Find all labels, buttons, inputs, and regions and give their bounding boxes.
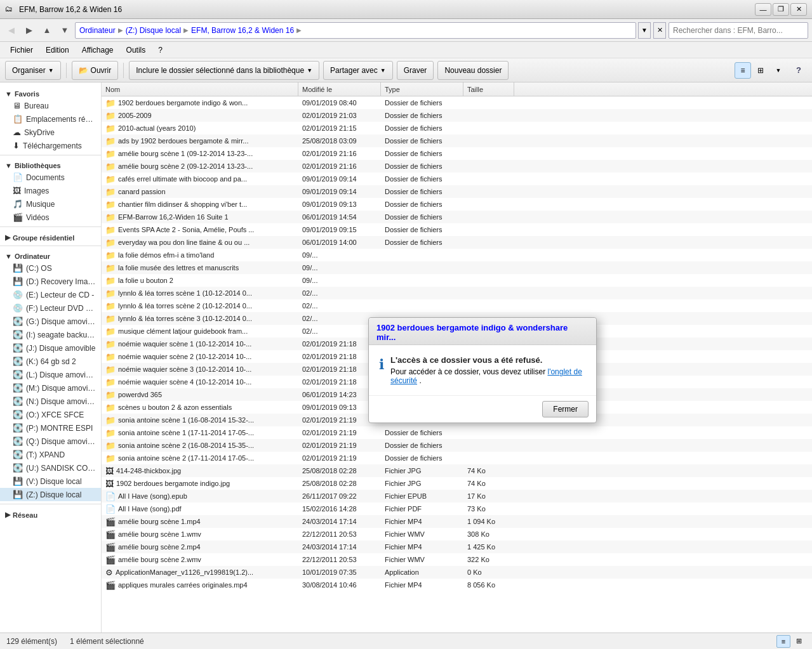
file-modified: 09/... <box>298 250 381 260</box>
file-row[interactable]: 🖼 414-248-thickbox.jpg 25/08/2018 02:28 … <box>102 464 812 477</box>
file-row[interactable]: 🖼 1902 berdoues bergamote indigo.jpg 25/… <box>102 477 812 490</box>
sidebar-computer-header[interactable]: ▼ Ordinateur <box>0 249 101 261</box>
burn-button[interactable]: Graver <box>397 61 434 80</box>
sidebar-item-p[interactable]: 💽 (P:) MONTRE ESPI <box>0 421 101 435</box>
sidebar-item-o[interactable]: 💽 (O:) XFCE SFCE <box>0 408 101 421</box>
sidebar-item-d[interactable]: 💾 (D:) Recovery Image <box>0 275 101 288</box>
address-dropdown[interactable]: ▼ <box>638 22 651 39</box>
close-button[interactable]: ✕ <box>790 3 807 16</box>
recent-button[interactable]: ▼ <box>57 23 72 38</box>
view-tiles-btn[interactable]: ⊞ <box>752 62 769 79</box>
file-row[interactable]: 📁 la folie u bouton 2 09/... <box>102 274 812 287</box>
sidebar-item-m[interactable]: 💽 (M:) Disque amovib... <box>0 381 101 395</box>
file-modified: 25/08/2018 02:28 <box>298 466 381 476</box>
sidebar-item-documents[interactable]: 📄 Documents <box>0 171 101 184</box>
sidebar-item-telechargements[interactable]: ⬇ Téléchargements <box>0 139 101 152</box>
menu-affichage[interactable]: Affichage <box>77 44 119 56</box>
file-row[interactable]: 📁 amélie bourg scène 1 (09-12-2014 13-23… <box>102 147 812 160</box>
sidebar-item-c[interactable]: 💾 (C:) OS <box>0 261 101 275</box>
col-name-header[interactable]: Nom <box>102 82 298 96</box>
forward-button[interactable]: ▶ <box>22 23 37 38</box>
include-button[interactable]: Inclure le dossier sélectionné dans la b… <box>129 61 319 80</box>
file-row[interactable]: 📁 everyday wa pou don line tlaine & ou o… <box>102 236 812 249</box>
col-size-header[interactable]: Taille <box>463 82 514 96</box>
sidebar-item-images[interactable]: 🖼 Images <box>0 184 101 197</box>
file-row[interactable]: 🎬 amélie bourg scène 2.wmv 22/12/2011 20… <box>102 553 812 566</box>
file-name: musique clément latjour guidebook fram..… <box>118 327 248 335</box>
modal-close-button[interactable]: Fermer <box>542 401 589 417</box>
sidebar-item-u[interactable]: 💽 (U:) SANDISK CON... <box>0 461 101 475</box>
menu-fichier[interactable]: Fichier <box>5 44 38 56</box>
file-row[interactable]: 📁 ads by 1902 berdoues bergamote & mirr.… <box>102 134 812 147</box>
sidebar-groupe-header[interactable]: ▶ Groupe résidentiel <box>0 230 101 243</box>
menu-outils[interactable]: Outils <box>121 44 151 56</box>
sidebar-item-skydrive[interactable]: ☁ SkyDrive <box>0 126 101 139</box>
sidebar-item-z[interactable]: 💾 (Z:) Disque local <box>0 488 101 501</box>
file-row[interactable]: 📁 Events SPA Acte 2 - Sonia, Amélie, Pou… <box>102 223 812 236</box>
sidebar-item-l[interactable]: 💽 (L:) Disque amovib... <box>0 368 101 381</box>
file-row[interactable]: 📁 cafés errel ultimate with biocoop and … <box>102 173 812 185</box>
file-row[interactable]: 📁 canard passion 09/01/2019 09:14 Dossie… <box>102 185 812 198</box>
file-row[interactable]: 🎬 amélie bourg scène 2.mp4 24/03/2014 17… <box>102 541 812 553</box>
file-row[interactable]: 📁 la folie musée des lettres et manuscri… <box>102 261 812 274</box>
sidebar-item-bureau[interactable]: 🖥 Bureau <box>0 99 101 112</box>
maximize-button[interactable]: ❐ <box>773 3 789 16</box>
view-dropdown-btn[interactable]: ▼ <box>770 62 787 79</box>
file-row[interactable]: 📁 la folie démos efm-i a timo'land 09/..… <box>102 249 812 261</box>
minimize-button[interactable]: — <box>755 3 771 16</box>
new-folder-button[interactable]: Nouveau dossier <box>437 61 509 80</box>
address-close-btn[interactable]: ✕ <box>653 22 666 39</box>
col-modified-header[interactable]: Modifié le <box>298 82 381 96</box>
path-segment-computer[interactable]: Ordinateur <box>79 26 116 35</box>
sidebar-item-f[interactable]: 💿 (F:) Lecteur DVD RW <box>0 301 101 315</box>
view-details-btn[interactable]: ≡ <box>735 62 751 79</box>
sidebar-item-v[interactable]: 💾 (V:) Disque local <box>0 475 101 488</box>
sidebar-libraries-header[interactable]: ▼ Bibliothèques <box>0 158 101 171</box>
menu-help[interactable]: ? <box>153 44 168 56</box>
sidebar-favorites-header[interactable]: ▼ Favoris <box>0 86 101 99</box>
sidebar-item-emplacements[interactable]: 📋 Emplacements réce... <box>0 112 101 126</box>
file-row[interactable]: 🎬 amélie bourg scène 1.wmv 22/12/2011 20… <box>102 528 812 541</box>
file-row[interactable]: 📁 sonia antoine scène 2 (17-11-2014 17-0… <box>102 452 812 464</box>
file-row[interactable]: 📁 sonia antoine scène 2 (16-08-2014 15-3… <box>102 439 812 452</box>
file-row[interactable]: 🎬 amélie bourg scène 1.mp4 24/03/2014 17… <box>102 515 812 528</box>
back-button[interactable]: ◀ <box>4 23 19 38</box>
file-row[interactable]: 📁 1902 berdoues bergamote indigo & won..… <box>102 96 812 109</box>
sidebar-item-i[interactable]: 💽 (I:) seagate backup p... <box>0 328 101 341</box>
sidebar-item-videos[interactable]: 🎬 Vidéos <box>0 211 101 224</box>
sidebar-item-t[interactable]: 💽 (T:) XPAND <box>0 448 101 461</box>
file-row[interactable]: 📁 2005-2009 02/01/2019 21:03 Dossier de … <box>102 109 812 122</box>
file-row[interactable]: 🎬 appliques murales carrées originales.m… <box>102 579 812 591</box>
organize-button[interactable]: Organiser ▼ <box>5 61 61 80</box>
share-button[interactable]: Partager avec ▼ <box>323 61 393 80</box>
path-segment-drive[interactable]: (Z:) Disque local <box>126 26 181 35</box>
menu-edition[interactable]: Edition <box>41 44 74 56</box>
file-row[interactable]: 📁 sonia antoine scène 1 (17-11-2014 17-0… <box>102 426 812 439</box>
path-segment-folder[interactable]: EFM, Barrow 16,2 & Widen 16 <box>191 26 294 35</box>
sidebar-network-header[interactable]: ▶ Réseau <box>0 507 101 520</box>
sidebar-item-j[interactable]: 💽 (J:) Disque amovible <box>0 341 101 355</box>
file-row[interactable]: 📁 2010-actual (years 2010) 02/01/2019 21… <box>102 122 812 134</box>
search-input[interactable] <box>669 22 808 39</box>
file-row[interactable]: 📄 All I Have (song).epub 26/11/2017 09:2… <box>102 490 812 502</box>
file-row[interactable]: 📁 amélie bourg scène 2 (09-12-2014 13-23… <box>102 160 812 173</box>
file-row[interactable]: 📄 All I Have (song).pdf 15/02/2016 14:28… <box>102 502 812 515</box>
sidebar-item-musique[interactable]: 🎵 Musique <box>0 197 101 211</box>
open-button[interactable]: 📂 Ouvrir <box>72 61 119 80</box>
sidebar-item-q[interactable]: 💽 (Q:) Disque amovib... <box>0 435 101 448</box>
help-button[interactable]: ? <box>790 62 807 79</box>
sidebar-item-n[interactable]: 💽 (N:) Disque amovib... <box>0 395 101 408</box>
col-type-header[interactable]: Type <box>381 82 463 96</box>
up-button[interactable]: ▲ <box>39 23 55 38</box>
status-view-tiles[interactable]: ⊞ <box>792 635 806 648</box>
file-row[interactable]: 📁 lynnlo & léa torres scène 2 (10-12-201… <box>102 299 812 312</box>
file-size <box>463 216 514 218</box>
file-row[interactable]: 📁 EFM-Barrow 16,2-Widen 16 Suite 1 06/01… <box>102 211 812 223</box>
file-row[interactable]: ⚙ ApplicationManager_v1126_rv199819(1.2)… <box>102 566 812 579</box>
file-row[interactable]: 📁 lynnlo & léa torres scène 1 (10-12-201… <box>102 287 812 299</box>
sidebar-item-k[interactable]: 💽 (K:) 64 gb sd 2 <box>0 355 101 368</box>
status-view-details[interactable]: ≡ <box>776 635 790 648</box>
file-row[interactable]: 📁 chantier film didinser & shopping vi'b… <box>102 198 812 211</box>
sidebar-item-g[interactable]: 💽 (G:) Disque amovib... <box>0 315 101 328</box>
sidebar-item-e[interactable]: 💿 (E:) Lecteur de CD - <box>0 288 101 301</box>
